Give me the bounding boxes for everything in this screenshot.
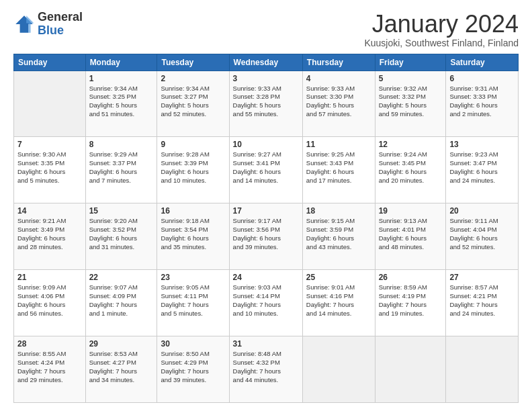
day-info: Sunrise: 8:48 AMSunset: 4:32 PMDaylight:… (233, 350, 299, 384)
table-row: 14Sunrise: 9:21 AMSunset: 3:49 PMDayligh… (14, 203, 86, 270)
day-number: 22 (89, 273, 154, 282)
day-number: 10 (233, 140, 299, 149)
day-info: Sunrise: 9:29 AMSunset: 3:37 PMDaylight:… (89, 150, 154, 185)
day-number: 11 (306, 140, 371, 149)
page: General Blue January 2024 Kuusjoki, Sout… (0, 0, 532, 411)
table-row: 19Sunrise: 9:13 AMSunset: 4:01 PMDayligh… (375, 203, 446, 270)
week-row-3: 21Sunrise: 9:09 AMSunset: 4:06 PMDayligh… (14, 270, 519, 336)
day-number: 3 (233, 74, 299, 83)
day-number: 8 (89, 140, 154, 149)
day-number: 27 (449, 273, 515, 282)
header-sunday: Sunday (14, 54, 86, 71)
table-row: 13Sunrise: 9:23 AMSunset: 3:47 PMDayligh… (446, 137, 519, 203)
day-number: 28 (17, 339, 82, 349)
header-saturday: Saturday (446, 54, 519, 71)
table-row: 22Sunrise: 9:07 AMSunset: 4:09 PMDayligh… (85, 270, 157, 336)
day-number: 17 (233, 206, 299, 216)
table-row: 23Sunrise: 9:05 AMSunset: 4:11 PMDayligh… (157, 270, 229, 336)
table-row: 30Sunrise: 8:50 AMSunset: 4:29 PMDayligh… (157, 336, 229, 403)
day-number: 12 (379, 140, 443, 149)
day-number: 16 (161, 206, 225, 216)
day-info: Sunrise: 9:31 AMSunset: 3:33 PMDaylight:… (449, 85, 515, 119)
table-row: 11Sunrise: 9:25 AMSunset: 3:43 PMDayligh… (302, 137, 375, 203)
table-row: 24Sunrise: 9:03 AMSunset: 4:14 PMDayligh… (229, 270, 302, 336)
day-info: Sunrise: 9:03 AMSunset: 4:14 PMDaylight:… (233, 283, 299, 318)
day-number: 4 (306, 74, 371, 83)
table-row: 12Sunrise: 9:24 AMSunset: 3:45 PMDayligh… (375, 137, 446, 203)
day-info: Sunrise: 9:15 AMSunset: 3:59 PMDaylight:… (306, 217, 371, 251)
table-row: 18Sunrise: 9:15 AMSunset: 3:59 PMDayligh… (302, 203, 375, 270)
day-number: 9 (161, 140, 225, 149)
day-info: Sunrise: 8:55 AMSunset: 4:24 PMDaylight:… (17, 350, 82, 384)
header: General Blue January 2024 Kuusjoki, Sout… (13, 11, 519, 48)
table-row: 10Sunrise: 9:27 AMSunset: 3:41 PMDayligh… (229, 137, 302, 203)
day-number: 24 (233, 273, 299, 282)
day-info: Sunrise: 8:53 AMSunset: 4:27 PMDaylight:… (89, 350, 154, 384)
day-number: 31 (233, 339, 299, 349)
day-info: Sunrise: 9:23 AMSunset: 3:47 PMDaylight:… (449, 150, 515, 185)
header-monday: Monday (85, 54, 157, 71)
day-info: Sunrise: 9:17 AMSunset: 3:56 PMDaylight:… (233, 217, 299, 251)
day-number: 15 (89, 206, 154, 216)
day-info: Sunrise: 9:24 AMSunset: 3:45 PMDaylight:… (379, 150, 443, 185)
table-row: 8Sunrise: 9:29 AMSunset: 3:37 PMDaylight… (85, 137, 157, 203)
day-number: 14 (17, 206, 82, 216)
table-row: 16Sunrise: 9:18 AMSunset: 3:54 PMDayligh… (157, 203, 229, 270)
day-info: Sunrise: 8:59 AMSunset: 4:19 PMDaylight:… (379, 283, 443, 318)
day-number: 21 (17, 273, 82, 282)
table-row: 7Sunrise: 9:30 AMSunset: 3:35 PMDaylight… (14, 137, 86, 203)
table-row: 3Sunrise: 9:33 AMSunset: 3:28 PMDaylight… (229, 71, 302, 137)
logo-blue: Blue (38, 24, 83, 38)
day-info: Sunrise: 9:27 AMSunset: 3:41 PMDaylight:… (233, 150, 299, 185)
day-number: 26 (379, 273, 443, 282)
table-row: 17Sunrise: 9:17 AMSunset: 3:56 PMDayligh… (229, 203, 302, 270)
header-tuesday: Tuesday (157, 54, 229, 71)
day-number: 20 (449, 206, 515, 216)
day-info: Sunrise: 9:09 AMSunset: 4:06 PMDaylight:… (17, 283, 82, 318)
table-row (302, 336, 375, 403)
day-info: Sunrise: 9:18 AMSunset: 3:54 PMDaylight:… (161, 217, 225, 251)
weekday-header-row: Sunday Monday Tuesday Wednesday Thursday… (14, 54, 519, 71)
day-number: 25 (306, 273, 371, 282)
day-info: Sunrise: 9:32 AMSunset: 3:32 PMDaylight:… (379, 85, 443, 119)
logo-icon (13, 13, 35, 35)
day-info: Sunrise: 9:25 AMSunset: 3:43 PMDaylight:… (306, 150, 371, 185)
day-info: Sunrise: 9:05 AMSunset: 4:11 PMDaylight:… (161, 283, 225, 318)
month-title: January 2024 (364, 11, 519, 38)
day-number: 5 (379, 74, 443, 83)
table-row: 15Sunrise: 9:20 AMSunset: 3:52 PMDayligh… (85, 203, 157, 270)
day-info: Sunrise: 9:34 AMSunset: 3:27 PMDaylight:… (161, 85, 225, 119)
day-number: 23 (161, 273, 225, 282)
table-row: 28Sunrise: 8:55 AMSunset: 4:24 PMDayligh… (14, 336, 86, 403)
logo-area: General Blue (13, 11, 83, 38)
day-info: Sunrise: 8:57 AMSunset: 4:21 PMDaylight:… (449, 283, 515, 318)
table-row: 31Sunrise: 8:48 AMSunset: 4:32 PMDayligh… (229, 336, 302, 403)
day-info: Sunrise: 9:20 AMSunset: 3:52 PMDaylight:… (89, 217, 154, 251)
day-number: 18 (306, 206, 371, 216)
table-row: 27Sunrise: 8:57 AMSunset: 4:21 PMDayligh… (446, 270, 519, 336)
title-area: January 2024 Kuusjoki, Southwest Finland… (364, 11, 519, 48)
week-row-0: 1Sunrise: 9:34 AMSunset: 3:25 PMDaylight… (14, 71, 519, 137)
table-row: 29Sunrise: 8:53 AMSunset: 4:27 PMDayligh… (85, 336, 157, 403)
day-number: 30 (161, 339, 225, 349)
day-number: 13 (449, 140, 515, 149)
header-wednesday: Wednesday (229, 54, 302, 71)
day-number: 7 (17, 140, 82, 149)
table-row (446, 336, 519, 403)
day-number: 19 (379, 206, 443, 216)
day-info: Sunrise: 9:33 AMSunset: 3:30 PMDaylight:… (306, 85, 371, 119)
table-row: 2Sunrise: 9:34 AMSunset: 3:27 PMDaylight… (157, 71, 229, 137)
header-thursday: Thursday (302, 54, 375, 71)
header-friday: Friday (375, 54, 446, 71)
table-row: 25Sunrise: 9:01 AMSunset: 4:16 PMDayligh… (302, 270, 375, 336)
week-row-1: 7Sunrise: 9:30 AMSunset: 3:35 PMDaylight… (14, 137, 519, 203)
calendar-table: Sunday Monday Tuesday Wednesday Thursday… (13, 54, 519, 403)
table-row: 21Sunrise: 9:09 AMSunset: 4:06 PMDayligh… (14, 270, 86, 336)
subtitle: Kuusjoki, Southwest Finland, Finland (364, 38, 519, 48)
week-row-2: 14Sunrise: 9:21 AMSunset: 3:49 PMDayligh… (14, 203, 519, 270)
day-info: Sunrise: 9:13 AMSunset: 4:01 PMDaylight:… (379, 217, 443, 251)
day-number: 2 (161, 74, 225, 83)
table-row (14, 71, 86, 137)
day-info: Sunrise: 9:30 AMSunset: 3:35 PMDaylight:… (17, 150, 82, 185)
day-number: 29 (89, 339, 154, 349)
